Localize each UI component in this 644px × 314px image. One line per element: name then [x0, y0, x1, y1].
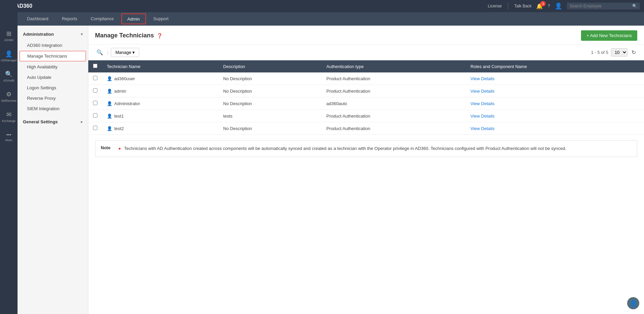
row-checkbox[interactable]: [93, 88, 97, 93]
divider: [508, 3, 508, 9]
chevron-down-icon: ▾: [81, 32, 83, 36]
row-view-details[interactable]: View Details: [466, 85, 644, 97]
search-magnifier-icon: 🔍: [632, 4, 637, 8]
row-auth-type: ad360auto: [322, 97, 466, 110]
row-view-details[interactable]: View Details: [466, 97, 644, 110]
section-administration-label: Administration: [23, 32, 54, 37]
row-description: tests: [218, 110, 321, 122]
row-checkbox[interactable]: [93, 101, 97, 105]
col-description: Description: [218, 60, 321, 72]
row-checkbox-cell: [88, 97, 102, 110]
sidebar-icon-adaudit[interactable]: 🔍 ADAudit: [0, 66, 18, 86]
avatar-person-icon: 👤: [630, 300, 637, 307]
row-auth-type: Product Authentication: [322, 122, 466, 135]
add-new-technicians-button[interactable]: + Add New Technicians: [581, 30, 637, 41]
user-avatar-icon[interactable]: 👤: [555, 2, 562, 10]
technicians-table: Technician Name Description Authenticati…: [88, 60, 644, 135]
left-nav-item-high-availability[interactable]: High Availability: [18, 62, 88, 72]
search-input[interactable]: [570, 4, 630, 8]
help-circle-icon[interactable]: ❓: [157, 33, 162, 38]
section-general-settings[interactable]: General Settings ▸: [18, 116, 88, 128]
row-description: No Description: [218, 72, 321, 85]
sidebar-icon-label-adaudit: ADAudit: [3, 79, 14, 82]
sidebar-icon-exchange[interactable]: ✉ Exchange: [0, 106, 18, 127]
row-checkbox[interactable]: [93, 76, 97, 80]
select-all-checkbox[interactable]: [93, 64, 97, 68]
search-box: 🔍: [567, 3, 640, 9]
row-view-details[interactable]: View Details: [466, 122, 644, 135]
toolbar-right: 1 - 5 of 5 10 25 50 ↻: [591, 48, 637, 57]
notification-count: 3: [540, 1, 546, 6]
person-icon: 👤: [5, 50, 12, 58]
row-checkbox-cell: [88, 85, 102, 97]
table-search-button[interactable]: 🔍: [95, 48, 104, 57]
notification-bell[interactable]: 🔔 3: [536, 3, 543, 9]
table-row: 👤Administrator No Description ad360auto …: [88, 97, 644, 110]
per-page-select[interactable]: 10 25 50: [611, 48, 627, 57]
row-description: No Description: [218, 122, 321, 135]
col-auth-type: Authentication type: [322, 60, 466, 72]
help-icon[interactable]: ?: [548, 4, 550, 8]
row-checkbox-cell: [88, 110, 102, 122]
license-link[interactable]: License: [488, 4, 502, 8]
gear-icon: ⚙: [6, 91, 11, 98]
row-description: No Description: [218, 97, 321, 110]
view-details-link[interactable]: View Details: [470, 126, 494, 131]
manage-label: Manage: [115, 50, 131, 55]
row-view-details[interactable]: View Details: [466, 72, 644, 85]
sidebar-icons: ⊞ AD360 👤 ADManager 🔍 ADAudit ⚙ SelfServ…: [0, 0, 18, 314]
chevron-right-icon: ▸: [81, 120, 83, 124]
row-name: 👤test2: [102, 122, 218, 135]
table-row: 👤admin No Description Product Authentica…: [88, 85, 644, 97]
table-row: 👤ad360user No Description Product Authen…: [88, 72, 644, 85]
app-layout: Administration ▾ AD360 Integration Manag…: [18, 26, 644, 314]
row-name: 👤test1: [102, 110, 218, 122]
view-details-link[interactable]: View Details: [470, 114, 494, 119]
row-name: 👤ad360user: [102, 72, 218, 85]
sidebar-icon-label-ad360: AD360: [4, 38, 13, 42]
left-nav-item-siem-integration[interactable]: SIEM Integration: [18, 103, 88, 114]
note-section: Note ● Technicians with AD Authenticatio…: [95, 140, 637, 157]
grid-icon: ⊞: [6, 30, 11, 37]
tab-admin[interactable]: Admin: [121, 13, 146, 24]
note-text: Technicians with AD Authentication creat…: [124, 146, 566, 151]
sidebar-icon-ad360[interactable]: ⊞ AD360: [0, 26, 18, 46]
topbar-right: License Talk Back 🔔 3 ? 👤 🔍: [488, 2, 640, 10]
row-checkbox[interactable]: [93, 126, 97, 130]
bottom-user-avatar[interactable]: 👤: [627, 297, 639, 309]
left-nav-item-ad360integration[interactable]: AD360 Integration: [18, 40, 88, 51]
user-person-icon: 👤: [107, 101, 112, 106]
left-nav-item-auto-update[interactable]: Auto Update: [18, 72, 88, 83]
refresh-button[interactable]: ↻: [630, 48, 637, 57]
manage-dropdown-button[interactable]: Manage ▾: [111, 48, 139, 57]
talkback-link[interactable]: Talk Back: [514, 4, 531, 8]
view-details-link[interactable]: View Details: [470, 89, 494, 94]
tab-dashboard[interactable]: Dashboard: [20, 12, 55, 26]
navtabs: Dashboard Reports Compliance Admin Suppo…: [0, 12, 644, 26]
left-nav-item-logon-settings[interactable]: Logon Settings: [18, 83, 88, 93]
section-general-settings-label: General Settings: [23, 119, 58, 124]
main-content: Manage Technicians ❓ + Add New Technicia…: [88, 26, 644, 314]
section-administration[interactable]: Administration ▾: [18, 28, 88, 40]
col-checkbox: [88, 60, 102, 72]
view-details-link[interactable]: View Details: [470, 101, 494, 106]
note-bullet-icon: ●: [118, 146, 121, 151]
user-person-icon: 👤: [107, 89, 112, 94]
page-header: Manage Technicians ❓ + Add New Technicia…: [88, 26, 644, 44]
col-roles: Roles and Component Name: [466, 60, 644, 72]
tab-compliance[interactable]: Compliance: [84, 12, 121, 26]
tab-reports[interactable]: Reports: [55, 12, 84, 26]
sidebar-icon-admanager[interactable]: 👤 ADManager: [0, 46, 18, 66]
row-checkbox[interactable]: [93, 113, 97, 118]
row-auth-type: Product Authentication: [322, 85, 466, 97]
row-view-details[interactable]: View Details: [466, 110, 644, 122]
sidebar-icon-more[interactable]: ••• More: [0, 127, 18, 147]
left-nav-item-reverse-proxy[interactable]: Reverse Proxy: [18, 93, 88, 103]
sidebar-icon-selfservice[interactable]: ⚙ SelfService: [0, 86, 18, 106]
view-details-link[interactable]: View Details: [470, 76, 494, 81]
topbar: AD360 License Talk Back 🔔 3 ? 👤 🔍: [0, 0, 644, 12]
tab-support[interactable]: Support: [147, 12, 176, 26]
row-checkbox-cell: [88, 72, 102, 85]
table-row: 👤test1 tests Product Authentication View…: [88, 110, 644, 122]
left-nav-item-manage-technicians[interactable]: Manage Technicians: [20, 51, 86, 61]
